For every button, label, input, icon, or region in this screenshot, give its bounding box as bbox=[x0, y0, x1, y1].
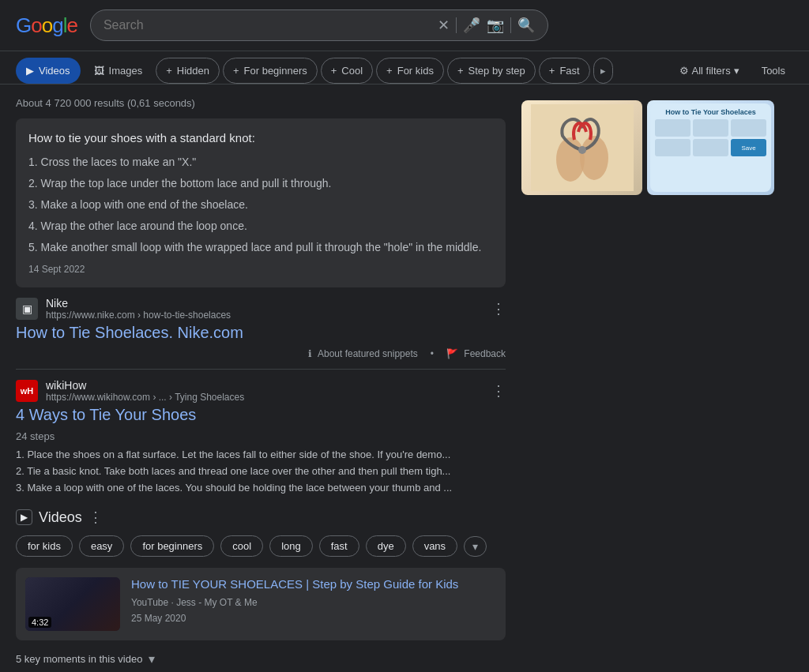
feedback-icon: 🚩 bbox=[446, 348, 458, 359]
snippet-date: 14 Sept 2022 bbox=[28, 264, 493, 275]
video-date: 25 May 2020 bbox=[131, 611, 496, 626]
videos-section: ▶ Videos ⋮ for kids easy for beginners c… bbox=[16, 509, 506, 672]
save-thumb: Save bbox=[731, 139, 766, 156]
tab-for-kids[interactable]: + For kids bbox=[376, 58, 444, 84]
step-3: 3. Make a loop with one end of the shoel… bbox=[28, 197, 493, 213]
wikihow-more-options[interactable]: ⋮ bbox=[491, 382, 506, 400]
camera-icon[interactable]: 📷 bbox=[487, 17, 504, 34]
chip-long[interactable]: long bbox=[269, 535, 313, 557]
chip-dye[interactable]: dye bbox=[366, 535, 406, 557]
wikihow-source-info: wikiHow https://www.wikihow.com › ... › … bbox=[46, 379, 244, 403]
google-logo: Google bbox=[16, 13, 77, 38]
tab-step-by-step[interactable]: + Step by step bbox=[447, 58, 536, 84]
header: Google how to tie shoelaces ✕ 🎤 📷 🔍 bbox=[0, 0, 809, 51]
step-2: 2. Wrap the top lace under the bottom la… bbox=[28, 175, 493, 192]
wikihow-steps-grid: Save bbox=[655, 119, 766, 156]
chip-for-beginners[interactable]: for beginners bbox=[130, 535, 214, 557]
key-moments-label: 5 key moments in this video bbox=[16, 653, 142, 665]
chip-for-kids[interactable]: for kids bbox=[16, 535, 73, 557]
results-count: About 4 720 000 results (0,61 seconds) bbox=[16, 97, 506, 109]
right-images: How to Tie Your Shoelaces Save bbox=[521, 100, 774, 195]
video-section-icon: ▶ bbox=[16, 509, 32, 525]
clear-button[interactable]: ✕ bbox=[438, 17, 450, 34]
plus-icon: + bbox=[233, 65, 239, 77]
filter-icon: ⚙ bbox=[679, 65, 689, 77]
video-filter-chips: for kids easy for beginners cool long fa… bbox=[16, 535, 506, 557]
chip-cool[interactable]: cool bbox=[220, 535, 263, 557]
step-thumb bbox=[655, 139, 690, 156]
tab-hidden[interactable]: + Hidden bbox=[156, 58, 220, 84]
step-5: 5. Make another small loop with the wrap… bbox=[28, 239, 493, 256]
wikihow-step-1: 1. Place the shoes on a flat surface. Le… bbox=[16, 447, 506, 464]
plus-icon: + bbox=[457, 65, 464, 77]
chip-vans[interactable]: vans bbox=[412, 535, 457, 557]
video-duration: 4:32 bbox=[28, 617, 51, 628]
wikihow-steps-count: 24 steps bbox=[16, 430, 506, 442]
tab-videos[interactable]: ▶ Videos bbox=[16, 58, 81, 84]
chips-expand-button[interactable]: ▾ bbox=[464, 536, 487, 557]
snippet-title: How to tie your shoes with a standard kn… bbox=[28, 131, 493, 145]
chip-easy[interactable]: easy bbox=[79, 535, 124, 557]
wikihow-favicon: wH bbox=[16, 380, 38, 402]
video-thumbnail[interactable]: ▶ 4:32 bbox=[25, 577, 120, 631]
tab-fast[interactable]: + Fast bbox=[539, 58, 590, 84]
divider bbox=[16, 369, 506, 370]
chevron-up-icon: ▾ bbox=[149, 651, 155, 666]
step-thumb bbox=[693, 119, 728, 137]
snippet-footer: ℹ About featured snippets • 🚩 Feedback bbox=[16, 348, 506, 359]
video-source: YouTube · Jess - My OT & Me bbox=[131, 595, 496, 610]
plus-icon: + bbox=[331, 65, 337, 77]
tab-cool[interactable]: + Cool bbox=[321, 58, 373, 84]
chip-fast[interactable]: fast bbox=[319, 535, 359, 557]
left-column: About 4 720 000 results (0,61 seconds) H… bbox=[16, 97, 506, 672]
chevron-right-icon: ▸ bbox=[600, 65, 606, 77]
mic-icon[interactable]: 🎤 bbox=[463, 17, 480, 34]
key-moments-header[interactable]: 5 key moments in this video ▾ bbox=[16, 651, 506, 666]
plus-icon: + bbox=[549, 65, 555, 77]
plus-icon: + bbox=[166, 65, 172, 77]
shoelace-image-2[interactable]: How to Tie Your Shoelaces Save bbox=[647, 100, 774, 195]
tabs-bar: ▶ Videos 🖼 Images + Hidden + For beginne… bbox=[0, 51, 809, 84]
divider bbox=[456, 17, 457, 33]
images-icon: 🖼 bbox=[94, 65, 104, 77]
step-thumb bbox=[655, 119, 690, 137]
feedback-link[interactable]: 🚩 Feedback bbox=[446, 348, 506, 359]
step-thumb bbox=[693, 139, 728, 156]
shoelace-image-1[interactable] bbox=[521, 100, 642, 195]
wikihow-result-link[interactable]: 4 Ways to Tie Your Shoes bbox=[16, 406, 506, 424]
step-4: 4. Wrap the other lace around the loop o… bbox=[28, 218, 493, 235]
tab-more[interactable]: ▸ bbox=[593, 58, 613, 84]
lace-illustration-svg bbox=[531, 104, 634, 191]
divider bbox=[510, 17, 511, 33]
key-moments: 5 key moments in this video ▾ Step 1 Fro… bbox=[16, 651, 506, 672]
wikihow-image: How to Tie Your Shoelaces Save bbox=[650, 103, 771, 192]
main-video-card: ▶ 4:32 How to TIE YOUR SHOELACES | Step … bbox=[16, 568, 506, 640]
tab-for-beginners[interactable]: + For beginners bbox=[223, 58, 318, 84]
svg-point-3 bbox=[578, 146, 586, 154]
nike-more-options[interactable]: ⋮ bbox=[491, 300, 506, 317]
videos-header: ▶ Videos ⋮ bbox=[16, 509, 506, 526]
nike-result-link[interactable]: How to Tie Shoelaces. Nike.com bbox=[16, 324, 506, 342]
wikihow-step-3: 3. Make a loop with one of the laces. Yo… bbox=[16, 480, 506, 497]
nike-source-row: ▣ Nike https://www.nike.com › how-to-tie… bbox=[16, 297, 506, 321]
wikihow-source-row: wH wikiHow https://www.wikihow.com › ...… bbox=[16, 379, 506, 403]
nike-source-info: Nike https://www.nike.com › how-to-tie-s… bbox=[46, 297, 231, 321]
wikihow-url: https://www.wikihow.com › ... › Tying Sh… bbox=[46, 392, 244, 403]
wikihow-name: wikiHow bbox=[46, 379, 244, 392]
tab-images[interactable]: 🖼 Images bbox=[84, 58, 153, 84]
search-input[interactable]: how to tie shoelaces bbox=[103, 18, 431, 32]
videos-more-options[interactable]: ⋮ bbox=[88, 509, 103, 526]
video-title[interactable]: How to TIE YOUR SHOELACES | Step by Step… bbox=[131, 577, 496, 591]
wikihow-step-2: 2. Tie a basic knot. Take both laces and… bbox=[16, 464, 506, 480]
dot-separator: • bbox=[431, 348, 434, 359]
snippet-steps: 1. Cross the laces to make an "X." 2. Wr… bbox=[28, 154, 493, 256]
info-icon: ℹ bbox=[308, 348, 312, 359]
main-content: About 4 720 000 results (0,61 seconds) H… bbox=[0, 84, 809, 672]
right-column: How to Tie Your Shoelaces Save bbox=[521, 97, 774, 672]
search-submit-button[interactable]: 🔍 bbox=[517, 17, 535, 34]
about-snippets-link[interactable]: ℹ About featured snippets bbox=[308, 348, 417, 359]
video-icon: ▶ bbox=[26, 65, 34, 77]
tools-button[interactable]: Tools bbox=[754, 60, 793, 81]
wikihow-result: wH wikiHow https://www.wikihow.com › ...… bbox=[16, 379, 506, 496]
all-filters-button[interactable]: ⚙ All filters ▾ bbox=[672, 60, 747, 81]
